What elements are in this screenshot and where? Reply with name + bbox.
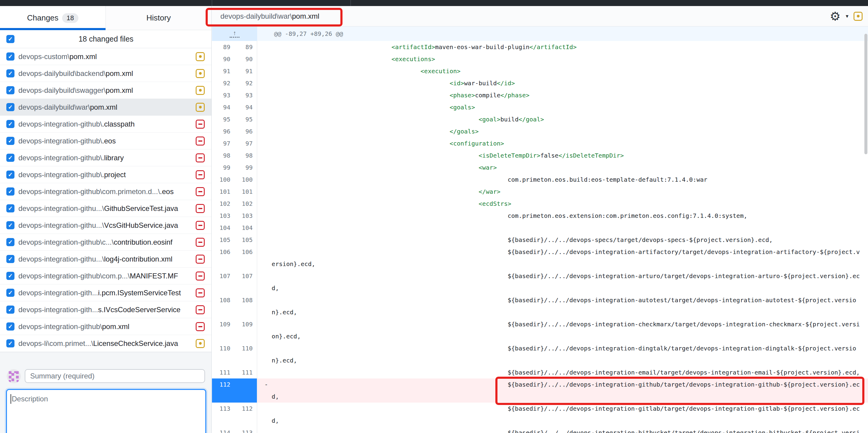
old-line-number[interactable] (212, 391, 235, 403)
diff-row[interactable]: n}.ecd, (212, 306, 868, 318)
file-checkbox[interactable]: ✓ (6, 305, 14, 314)
diff-row[interactable]: 103103 com.primeton.eos.extension:com.pr… (212, 210, 868, 222)
file-checkbox[interactable]: ✓ (6, 339, 14, 347)
old-line-number[interactable]: 112 (212, 378, 235, 391)
new-line-number[interactable]: 111 (235, 366, 257, 378)
new-line-number[interactable] (235, 391, 257, 403)
old-line-number[interactable]: 96 (212, 125, 235, 137)
new-line-number[interactable] (235, 258, 257, 270)
old-line-number[interactable]: 111 (212, 366, 235, 378)
new-line-number[interactable]: 97 (235, 137, 257, 149)
file-row[interactable]: ✓devops-li\com.primet...\LicenseCheckSer… (0, 335, 211, 352)
new-line-number[interactable]: 100 (235, 173, 257, 186)
old-line-number[interactable] (212, 354, 235, 366)
diff-row-deleted[interactable]: d, (212, 391, 868, 403)
new-line-number[interactable]: 96 (235, 125, 257, 137)
file-checkbox[interactable]: ✓ (6, 86, 14, 94)
diff-row[interactable]: 9292 <id>war-build</id> (212, 77, 868, 89)
file-checkbox[interactable]: ✓ (6, 289, 14, 297)
new-line-number[interactable]: 104 (235, 222, 257, 234)
old-line-number[interactable] (212, 282, 235, 294)
file-row[interactable]: ✓devops-integration-github\.classpath (0, 116, 211, 133)
file-row[interactable]: ✓devops-dailybuild\backend\pom.xml (0, 65, 211, 82)
old-line-number[interactable] (212, 330, 235, 342)
old-line-number[interactable]: 101 (212, 186, 235, 198)
diff-row[interactable]: 9494 <goals> (212, 101, 868, 113)
file-row[interactable]: ✓devops-dailybuild\war\pom.xml (0, 99, 211, 116)
old-line-number[interactable]: 93 (212, 89, 235, 101)
old-line-number[interactable]: 107 (212, 270, 235, 282)
diff-row[interactable]: 106106 ${basedir}/../../devops-integrati… (212, 246, 868, 258)
old-line-number[interactable]: 102 (212, 198, 235, 210)
diff-row[interactable]: 102102 <ecdStrs> (212, 198, 868, 210)
new-line-number[interactable] (235, 282, 257, 294)
new-line-number[interactable]: 98 (235, 149, 257, 162)
file-row[interactable]: ✓devops-integration-github\com.p...\MANI… (0, 268, 211, 285)
diff-row[interactable]: on}.ecd, (212, 330, 868, 342)
new-line-number[interactable]: 103 (235, 210, 257, 222)
file-checkbox[interactable]: ✓ (6, 188, 14, 196)
diff-row[interactable]: 107107 ${basedir}/../../devops-integrati… (212, 270, 868, 282)
file-checkbox[interactable]: ✓ (6, 154, 14, 162)
new-line-number[interactable]: 99 (235, 162, 257, 173)
diff-row[interactable]: 9595 <goal>build</goal> (212, 113, 868, 125)
file-checkbox[interactable]: ✓ (6, 137, 14, 145)
new-line-number[interactable]: 94 (235, 101, 257, 113)
expand-hunk-button[interactable]: ↑ (212, 27, 257, 41)
old-line-number[interactable]: 92 (212, 77, 235, 89)
new-line-number[interactable]: 89 (235, 41, 257, 53)
diff-row[interactable]: 9696 </goals> (212, 125, 868, 137)
old-line-number[interactable]: 94 (212, 101, 235, 113)
new-line-number[interactable] (235, 354, 257, 366)
diff-row[interactable]: 108108 ${basedir}/../../devops-integrati… (212, 294, 868, 306)
file-row[interactable]: ✓devops-integration-github\pom.xml (0, 318, 211, 335)
old-line-number[interactable]: 110 (212, 342, 235, 354)
new-line-number[interactable]: 107 (235, 270, 257, 282)
old-line-number[interactable]: 109 (212, 318, 235, 330)
file-checkbox[interactable]: ✓ (6, 171, 14, 179)
file-checkbox[interactable]: ✓ (6, 120, 14, 128)
old-line-number[interactable] (212, 258, 235, 270)
old-line-number[interactable]: 95 (212, 113, 235, 125)
old-line-number[interactable]: 91 (212, 65, 235, 77)
old-line-number[interactable] (212, 306, 235, 318)
file-row[interactable]: ✓devops-integration-github\c...\contribu… (0, 234, 211, 251)
diff-row[interactable]: 109109 ${basedir}/../../devops-integrati… (212, 318, 868, 330)
new-line-number[interactable] (235, 330, 257, 342)
new-line-number[interactable]: 106 (235, 246, 257, 258)
file-row[interactable]: ✓devops-integration-githu...\log4j-contr… (0, 251, 211, 268)
file-row[interactable]: ✓devops-integration-gith...i.pcm.ISystem… (0, 285, 211, 301)
new-line-number[interactable]: 90 (235, 53, 257, 65)
file-row[interactable]: ✓devops-custom\pom.xml (0, 48, 211, 65)
diff-row[interactable]: n}.ecd, (212, 354, 868, 366)
new-line-number[interactable]: 91 (235, 65, 257, 77)
file-checkbox[interactable]: ✓ (6, 221, 14, 229)
diff-row[interactable]: 9999 <war> (212, 162, 868, 173)
old-line-number[interactable]: 98 (212, 149, 235, 162)
diff-row[interactable]: 9898 <isDeleteTempDir>false</isDeleteTem… (212, 149, 868, 162)
diff-row[interactable]: 104104 (212, 222, 868, 234)
file-row[interactable]: ✓devops-integration-githu...\GithubServi… (0, 200, 211, 217)
file-checkbox[interactable]: ✓ (6, 238, 14, 246)
file-checkbox[interactable]: ✓ (6, 323, 14, 331)
file-row[interactable]: ✓devops-dailybuild\swagger\pom.xml (0, 82, 211, 99)
file-checkbox[interactable]: ✓ (6, 53, 14, 61)
old-line-number[interactable]: 103 (212, 210, 235, 222)
diff-row[interactable]: 110110 ${basedir}/../../devops-integrati… (212, 342, 868, 354)
select-all-checkbox[interactable]: ✓ (6, 35, 14, 43)
new-line-number[interactable]: 108 (235, 294, 257, 306)
new-line-number[interactable]: 105 (235, 234, 257, 246)
diff-row[interactable]: 9090 <executions> (212, 53, 868, 65)
old-line-number[interactable]: 106 (212, 246, 235, 258)
tab-history[interactable]: History (105, 6, 211, 30)
diff-row[interactable]: ersion}.ecd, (212, 258, 868, 270)
diff-row[interactable]: 111111 ${basedir}/../../devops-integrati… (212, 366, 868, 378)
chevron-down-icon[interactable]: ▼ (845, 13, 849, 19)
old-line-number[interactable]: 97 (212, 137, 235, 149)
new-line-number[interactable] (235, 306, 257, 318)
file-row[interactable]: ✓devops-integration-github\.library (0, 149, 211, 166)
new-line-number[interactable]: 95 (235, 113, 257, 125)
file-row[interactable]: ✓devops-integration-gith...s.IVcsCodeSer… (0, 301, 211, 318)
description-field[interactable]: Description (6, 389, 206, 433)
old-line-number[interactable]: 105 (212, 234, 235, 246)
